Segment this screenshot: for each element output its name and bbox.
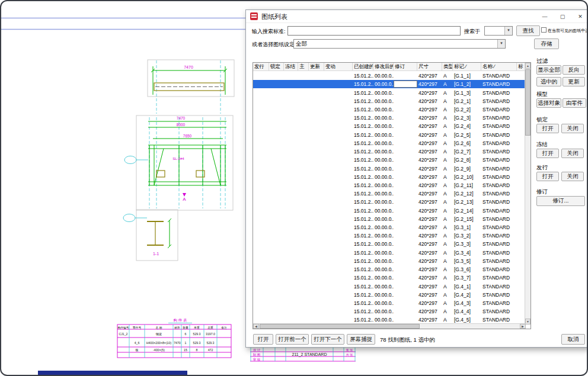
table-row[interactable]: 15.01.2...00.00.0...420*297A[G.2_6]STAND… xyxy=(253,139,526,147)
column-header[interactable]: 类型 xyxy=(442,63,453,70)
column-header[interactable]: 已创建的 xyxy=(353,63,373,70)
table-row[interactable]: 15.01.2...00.00.0...420*297A[G.4_4]STAND… xyxy=(253,307,526,316)
column-header[interactable]: 锁定 xyxy=(269,63,284,70)
column-header[interactable]: 标记 ∕ xyxy=(453,63,481,70)
table-cell: 420*297 xyxy=(417,250,442,256)
table-cell: A xyxy=(442,300,453,306)
table-row[interactable]: 15.01.2...00.00.0...420*297A[G.2_11]STAN… xyxy=(253,181,526,189)
drawing-filter-combo[interactable]: 全部 ▼ xyxy=(293,39,506,49)
close-button[interactable]: ✕ xyxy=(573,10,587,23)
search-visible-checkbox[interactable] xyxy=(541,27,547,33)
table-row[interactable]: 15.01.2...00.00.0...420*297A[G.3_6]STAND… xyxy=(253,265,526,274)
table-row[interactable]: 15.01.2...00.00.0...420*297A[G.3_5]STAND… xyxy=(253,257,526,265)
open-button[interactable]: 打开 xyxy=(253,334,273,345)
column-header[interactable]: 冻结 xyxy=(284,63,298,70)
table-cell: 420*297 xyxy=(417,258,442,264)
material-table-cell: 529.3 xyxy=(207,341,215,345)
table-cell: 15.01.2... xyxy=(353,233,373,239)
column-header[interactable]: 修订 xyxy=(394,63,417,70)
save-filter-button[interactable]: 存储 xyxy=(534,38,559,49)
revise-button[interactable]: 修订... xyxy=(536,196,585,206)
search-in-combo[interactable]: ▼ xyxy=(484,26,513,36)
table-row[interactable]: 15.01.2...00.00.0...420*297A[G.2_7]STAND… xyxy=(253,147,526,156)
table-cell: [G.2_5] xyxy=(453,132,481,138)
chevron-down-icon[interactable]: ▼ xyxy=(504,27,512,35)
column-header[interactable]: 尺寸 xyxy=(417,63,442,70)
chevron-down-icon[interactable]: ▼ xyxy=(497,40,505,48)
table-row[interactable]: 15.01.2...00.00.0...420*297A[G.2_13]STAN… xyxy=(253,198,526,206)
update-button[interactable]: 更新 xyxy=(563,77,585,86)
vertical-scrollbar-thumb[interactable] xyxy=(525,69,531,136)
table-cell: [G.4_3] xyxy=(453,300,481,306)
column-header[interactable]: 变动 xyxy=(324,63,353,70)
show-all-button[interactable]: 显示全部 xyxy=(536,65,561,75)
open-next-button[interactable]: 打开下一个 xyxy=(311,334,344,345)
table-cell: [G.4_5] xyxy=(453,317,481,323)
open-previous-button[interactable]: 打开前一个 xyxy=(276,334,309,345)
by-parts-button[interactable]: 由零件 xyxy=(563,98,586,108)
table-cell: 15.01.2... xyxy=(353,182,373,188)
table-cell: STANDARD xyxy=(481,123,517,129)
table-row[interactable]: 15.01.2...00.00.0...420*297A[G.1_2]STAND… xyxy=(253,80,526,88)
table-row[interactable]: 15.01.2...00.00.0...420*297A[G.1_1]STAND… xyxy=(253,72,526,80)
horizontal-scrollbar-thumb[interactable] xyxy=(260,324,420,329)
horizontal-scrollbar[interactable]: ◀ ▶ xyxy=(253,323,526,329)
table-row[interactable]: 15.01.2...00.00.0...420*297A[G.2_1]STAND… xyxy=(253,97,526,105)
table-row[interactable]: 15.01.2...00.00.0...420*297A[G.3_1]STAND… xyxy=(253,223,526,232)
table-row[interactable]: 15.01.2...00.00.0...420*297A[G.2_3]STAND… xyxy=(253,114,526,122)
vertical-scrollbar[interactable]: ▲ ▼ xyxy=(525,63,531,324)
maximize-button[interactable]: ▢ xyxy=(555,10,570,23)
table-cell: 00.00.0... xyxy=(373,208,394,214)
freeze-on-button[interactable]: 打开 xyxy=(536,149,559,158)
screen-capture-button[interactable]: 屏幕捕捉 xyxy=(347,334,375,345)
table-row[interactable]: 15.01.2...00.00.0...420*297A[G.1_3]STAND… xyxy=(253,88,526,97)
dialog-titlebar[interactable]: 图纸列表 — ▢ ✕ xyxy=(246,10,588,23)
table-cell: STANDARD xyxy=(481,191,517,197)
scroll-right-icon[interactable]: ▶ xyxy=(520,324,526,329)
table-row[interactable]: 15.01.2...00.00.0...420*297A[G.2_10]STAN… xyxy=(253,173,526,181)
table-row[interactable]: 15.01.2...00.00.0...420*297A[G.3_4]STAND… xyxy=(253,249,526,257)
cad-label: SL-2#4 xyxy=(172,157,184,160)
table-cell: A xyxy=(442,132,453,138)
table-row[interactable]: 15.01.2...00.00.0...420*297A[G.2_2]STAND… xyxy=(253,105,526,114)
column-header[interactable]: 修改后的 xyxy=(373,63,394,70)
table-row[interactable]: 15.01.2...00.00.0...420*297A[G.4_2]STAND… xyxy=(253,291,526,299)
table-row[interactable]: 15.01.2...00.00.0...420*297A[G.2_4]STAND… xyxy=(253,122,526,130)
issue-on-button[interactable]: 打开 xyxy=(536,172,559,181)
table-row[interactable]: 15.01.2...00.00.0...420*297A[G.2_15]STAN… xyxy=(253,215,526,223)
selected-button[interactable]: 选中的 xyxy=(536,77,561,86)
table-row[interactable]: 15.01.2...00.00.0...420*297A[G.2_5]STAND… xyxy=(253,131,526,139)
table-cell: 15.01.2... xyxy=(353,199,373,205)
table-cell: 15.01.2... xyxy=(353,258,373,264)
column-header[interactable]: 名称 ∕ xyxy=(481,63,517,70)
title-block-label: 共 张 xyxy=(346,353,353,357)
table-row[interactable]: 15.01.2...00.00.0...420*297A[G.3_2]STAND… xyxy=(253,232,526,240)
table-row[interactable]: 15.01.2...00.00.0...420*297A[G.2_14]STAN… xyxy=(253,207,526,215)
table-row[interactable]: 15.01.2...00.00.0...420*297A[G.4_1]STAND… xyxy=(253,282,526,290)
table-row[interactable]: 15.01.2...00.00.0...420*297A[G.4_3]STAND… xyxy=(253,299,526,307)
find-button[interactable]: 查找 xyxy=(516,25,540,36)
table-cell: 420*297 xyxy=(417,266,442,272)
table-row[interactable]: 15.01.2...00.00.0...420*297A[G.2_9]STAND… xyxy=(253,164,526,172)
lock-off-button[interactable]: 关闭 xyxy=(561,124,584,133)
freeze-off-button[interactable]: 关闭 xyxy=(561,149,584,158)
table-row[interactable]: 15.01.2...00.00.0...420*297A[G.2_8]STAND… xyxy=(253,156,526,164)
table-cell: 420*297 xyxy=(417,300,442,306)
search-input[interactable] xyxy=(287,26,461,36)
select-objects-button[interactable]: 选择对象 xyxy=(536,98,561,108)
invert-button[interactable]: 反向 xyxy=(563,65,585,75)
column-header[interactable]: 主 xyxy=(298,63,309,70)
scroll-up-icon[interactable]: ▲ xyxy=(525,63,531,69)
scroll-down-icon[interactable]: ▼ xyxy=(525,319,531,324)
scroll-left-icon[interactable]: ◀ xyxy=(253,324,259,329)
table-cell: 15.01.2... xyxy=(353,115,373,121)
issue-off-button[interactable]: 关闭 xyxy=(561,172,584,181)
table-row[interactable]: 15.01.2...00.00.0...420*297A[G.3_3]STAND… xyxy=(253,240,526,248)
column-header[interactable]: 更新 xyxy=(309,63,324,70)
table-row[interactable]: 15.01.2...00.00.0...420*297A[G.2_12]STAN… xyxy=(253,189,526,198)
lock-on-button[interactable]: 打开 xyxy=(536,124,559,133)
table-row[interactable]: 15.01.2...00.00.0...420*297A[G.3_7]STAND… xyxy=(253,274,526,282)
column-header[interactable]: 发行 xyxy=(253,63,269,70)
minimize-button[interactable]: — xyxy=(538,10,552,23)
cancel-button[interactable]: 取消 xyxy=(561,334,585,345)
